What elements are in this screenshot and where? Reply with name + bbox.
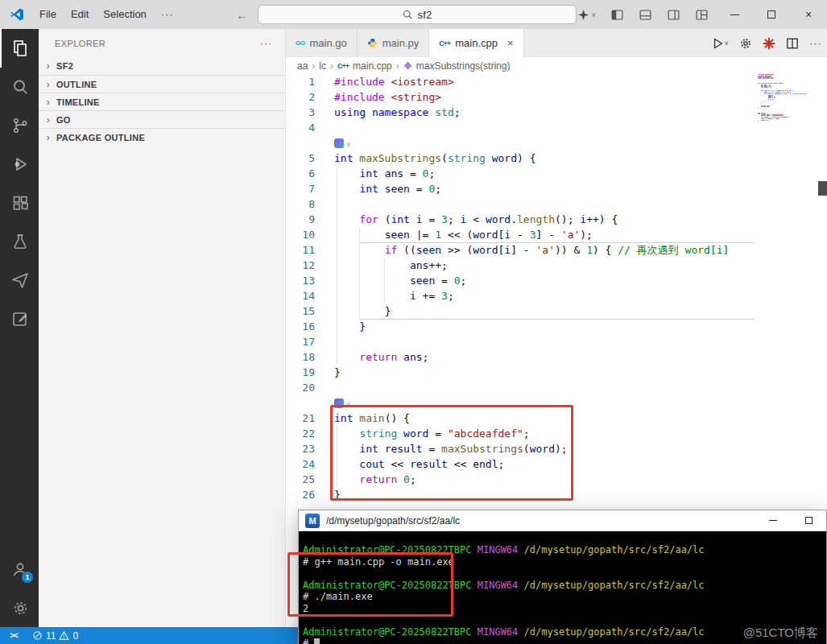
code-line[interactable]: 16 } bbox=[286, 319, 827, 334]
code-line[interactable]: 26} bbox=[286, 487, 827, 502]
code-line[interactable]: 19} bbox=[286, 365, 827, 380]
code-line[interactable]: 10 seen |= 1 << (word[i - 3] - 'a'); bbox=[286, 227, 827, 242]
line-number[interactable]: 12 bbox=[286, 258, 315, 273]
customize-layout-icon[interactable] bbox=[688, 8, 716, 22]
tab-main-cpp[interactable]: C++ main.cpp × bbox=[429, 29, 523, 57]
tab-main-py[interactable]: main.py bbox=[358, 29, 430, 57]
activity-account[interactable]: 1 bbox=[0, 550, 39, 588]
code-line[interactable]: 20 bbox=[286, 380, 827, 395]
line-number[interactable]: 9 bbox=[286, 212, 315, 227]
code-line[interactable]: 24 cout << result << endl; bbox=[286, 456, 827, 472]
line-number[interactable]: 23 bbox=[286, 441, 315, 456]
crumb-symbol[interactable]: maxSubstrings(string) bbox=[416, 60, 511, 72]
terminal-title-bar[interactable]: M /d/mysetup/gopath/src/sf2/aa/lc bbox=[299, 510, 826, 531]
line-number[interactable]: 15 bbox=[286, 303, 315, 319]
activity-source-control[interactable] bbox=[0, 106, 39, 145]
codelens-row[interactable]: ∨ bbox=[286, 135, 827, 151]
code-line[interactable]: 3using namespace std; bbox=[286, 105, 827, 120]
line-number[interactable]: 3 bbox=[286, 105, 315, 120]
toggle-secondary-sidebar-icon[interactable] bbox=[660, 8, 688, 22]
toggle-panel-icon[interactable] bbox=[631, 8, 660, 22]
code-line[interactable]: 9 for (int i = 3; i < word.length(); i++… bbox=[286, 212, 827, 227]
line-number[interactable]: 2 bbox=[286, 89, 315, 105]
code-line[interactable]: 6 int ans = 0; bbox=[286, 166, 827, 181]
menu-selection[interactable]: Selection bbox=[96, 0, 153, 29]
problems-status[interactable]: 11 0 bbox=[27, 630, 78, 642]
line-number[interactable]: 19 bbox=[286, 365, 315, 380]
activity-run-debug[interactable] bbox=[0, 145, 39, 184]
back-icon[interactable]: ← bbox=[229, 8, 254, 22]
line-number[interactable]: 4 bbox=[286, 120, 315, 135]
copilot-icon[interactable]: ∨ bbox=[570, 9, 603, 21]
sidebar-more-actions-icon[interactable]: ··· bbox=[260, 38, 272, 49]
section-outline[interactable]: ›OUTLINE bbox=[39, 75, 285, 93]
menu-file[interactable]: File bbox=[32, 0, 64, 29]
line-number[interactable]: 1 bbox=[286, 74, 315, 89]
activity-explorer[interactable] bbox=[0, 29, 39, 68]
editor-more-actions-icon[interactable]: ··· bbox=[809, 37, 822, 49]
menu-overflow-icon[interactable]: ··· bbox=[154, 0, 181, 29]
line-number[interactable] bbox=[286, 395, 315, 411]
code-line[interactable]: 11 if ((seen >> (word[i] - 'a')) & 1) { … bbox=[286, 242, 827, 258]
run-file-icon[interactable]: ∨ bbox=[711, 37, 729, 50]
line-number[interactable]: 21 bbox=[286, 411, 315, 426]
code-line[interactable]: 7 int seen = 0; bbox=[286, 181, 827, 196]
activity-search[interactable] bbox=[0, 68, 39, 106]
section-sf2[interactable]: ›SF2 bbox=[39, 57, 285, 75]
section-timeline[interactable]: ›TIMELINE bbox=[39, 93, 285, 110]
code-line[interactable]: 22 string word = "abcdeafdef"; bbox=[286, 426, 827, 441]
line-number[interactable]: 24 bbox=[286, 456, 315, 472]
crumb-file[interactable]: main.cpp bbox=[353, 60, 392, 72]
menu-edit[interactable]: Edit bbox=[64, 0, 96, 29]
ai-lens-icon[interactable] bbox=[334, 398, 344, 408]
ai-lens-icon[interactable] bbox=[334, 138, 344, 148]
command-center-search[interactable]: sf2 bbox=[258, 5, 577, 24]
split-editor-icon[interactable] bbox=[786, 37, 799, 50]
editor-scrollbar-thumb[interactable] bbox=[818, 181, 827, 196]
line-number[interactable]: 18 bbox=[286, 349, 315, 365]
line-number[interactable]: 20 bbox=[286, 380, 315, 395]
line-number[interactable]: 6 bbox=[286, 166, 315, 181]
window-close-icon[interactable]: × bbox=[790, 0, 827, 29]
codelens-row[interactable]: ∨ bbox=[286, 395, 827, 411]
code-line[interactable]: 25 return 0; bbox=[286, 472, 827, 487]
section-package-outline[interactable]: ›PACKAGE OUTLINE bbox=[39, 128, 285, 146]
code-line[interactable]: 21int main() { bbox=[286, 411, 827, 426]
code-line[interactable]: 4 bbox=[286, 120, 827, 135]
close-tab-icon[interactable]: × bbox=[507, 37, 514, 49]
line-number[interactable]: 11 bbox=[286, 242, 315, 258]
code-line[interactable]: 1#include <iostream> bbox=[286, 74, 827, 89]
toggle-primary-sidebar-icon[interactable] bbox=[603, 8, 631, 22]
line-number[interactable]: 17 bbox=[286, 334, 315, 349]
line-number[interactable]: 5 bbox=[286, 151, 315, 166]
line-number[interactable]: 14 bbox=[286, 288, 315, 303]
line-number[interactable]: 13 bbox=[286, 273, 315, 288]
code-line[interactable]: 15 } bbox=[286, 303, 827, 319]
code-line[interactable]: 23 int result = maxSubstrings(word); bbox=[286, 441, 827, 456]
crumb-aa[interactable]: aa bbox=[297, 60, 308, 72]
activity-extension-edit[interactable] bbox=[0, 299, 39, 338]
code-line[interactable]: 2#include <string> bbox=[286, 89, 827, 105]
tab-main-go[interactable]: GO main.go bbox=[286, 29, 358, 57]
window-maximize-icon[interactable] bbox=[753, 0, 790, 29]
code-line[interactable]: 13 seen = 0; bbox=[286, 273, 827, 288]
code-line[interactable]: 14 i += 3; bbox=[286, 288, 827, 303]
line-number[interactable]: 7 bbox=[286, 181, 315, 196]
line-number[interactable]: 26 bbox=[286, 487, 315, 502]
crumb-lc[interactable]: lc bbox=[319, 60, 326, 72]
extension-asterisk-icon[interactable] bbox=[763, 37, 775, 50]
activity-extensions[interactable] bbox=[0, 184, 39, 222]
code-line[interactable]: 5int maxSubstrings(string word) { bbox=[286, 151, 827, 166]
activity-testing[interactable] bbox=[0, 222, 39, 261]
activity-settings[interactable] bbox=[0, 588, 39, 627]
activity-extension-plane[interactable] bbox=[0, 261, 39, 299]
line-number[interactable]: 16 bbox=[286, 319, 315, 334]
code-line[interactable]: 18 return ans; bbox=[286, 349, 827, 365]
terminal-console[interactable]: Administrator@PC-20250822TBPC MINGW64 /d… bbox=[299, 531, 826, 644]
code-line[interactable]: 12 ans++; bbox=[286, 258, 827, 273]
code-line[interactable]: 17 bbox=[286, 334, 827, 349]
code-line[interactable]: 8 bbox=[286, 196, 827, 212]
section-go[interactable]: ›GO bbox=[39, 110, 285, 128]
line-number[interactable]: 22 bbox=[286, 426, 315, 441]
remote-indicator-icon[interactable]: >< bbox=[0, 627, 27, 644]
